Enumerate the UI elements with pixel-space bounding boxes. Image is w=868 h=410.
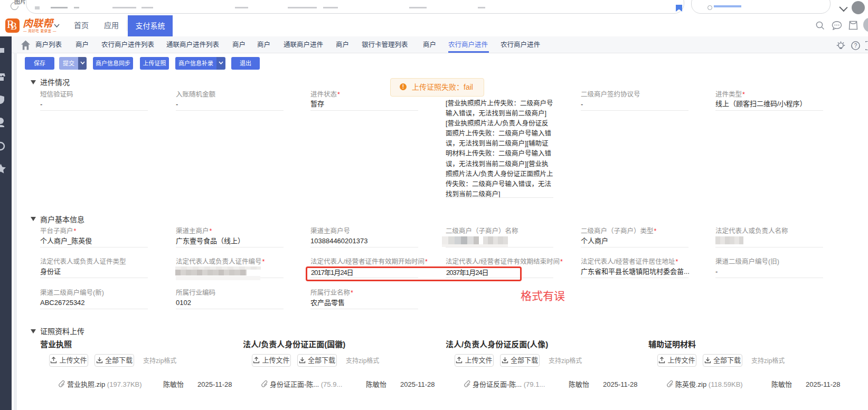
svg-text:?: ? [854,43,857,49]
